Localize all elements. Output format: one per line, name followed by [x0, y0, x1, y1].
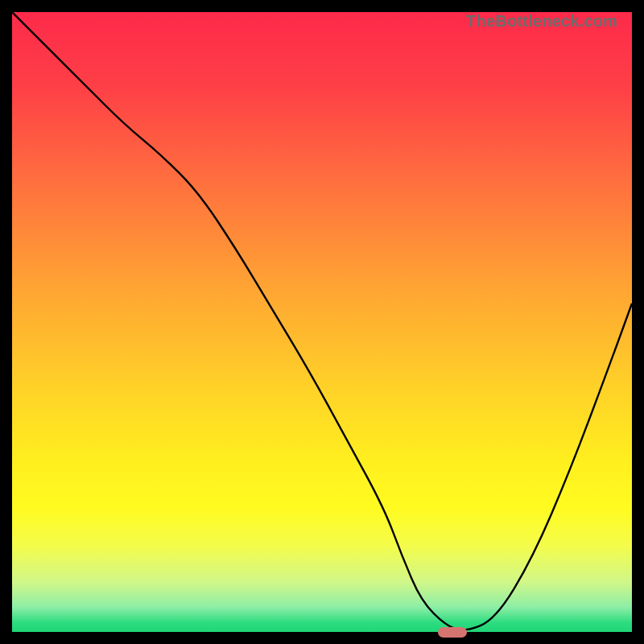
optimal-point-marker [438, 627, 467, 638]
chart-curve-svg [12, 12, 632, 632]
bottleneck-curve-path [12, 12, 632, 630]
chart-outer-frame: TheBottleneck.com [0, 0, 644, 644]
chart-plot-area: TheBottleneck.com [12, 12, 632, 632]
